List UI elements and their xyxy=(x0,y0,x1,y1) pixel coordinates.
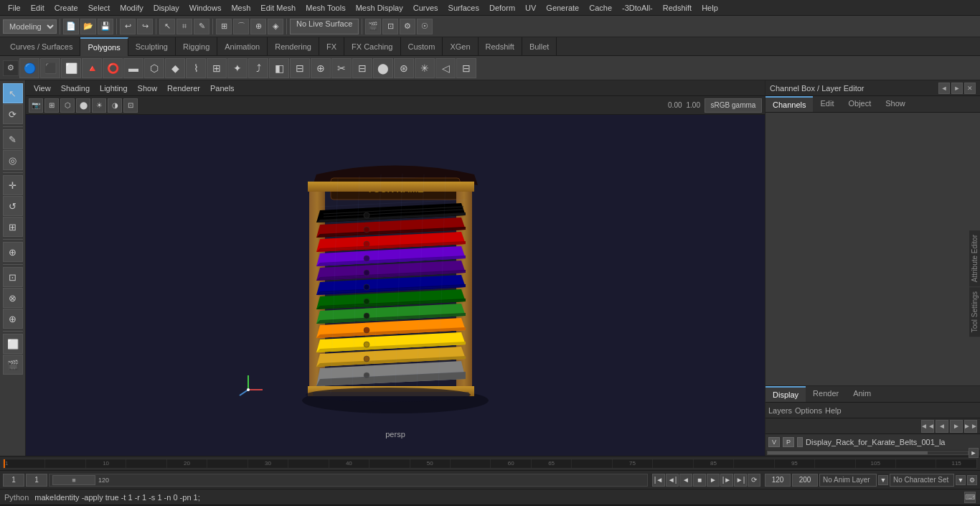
viewport-menu-view[interactable]: View xyxy=(30,83,55,94)
shelf-split[interactable]: ✂ xyxy=(331,58,352,78)
paint-tool[interactable]: ✎ xyxy=(194,19,209,34)
tab-curves-surfaces[interactable]: Curves / Surfaces xyxy=(3,37,80,56)
prev-key[interactable]: ◄| xyxy=(666,474,679,487)
component-icon[interactable]: ⬜ xyxy=(3,334,23,354)
vp-display-icon[interactable]: ⊡ xyxy=(123,98,138,113)
playhead[interactable] xyxy=(4,459,5,468)
shelf-disk[interactable]: ⬡ xyxy=(144,58,164,78)
layer-scroll-prev[interactable]: ◄ xyxy=(936,420,948,433)
menu-curves[interactable]: Curves xyxy=(408,2,443,14)
viewport-menu-renderer[interactable]: Renderer xyxy=(164,83,204,94)
shelf-bridge[interactable]: ⊟ xyxy=(290,58,310,78)
help-tab[interactable]: Help xyxy=(825,406,842,415)
menu-uv[interactable]: UV xyxy=(520,2,541,14)
shelf-insert-loop[interactable]: ⊟ xyxy=(352,58,372,78)
end-range-input[interactable] xyxy=(765,474,791,487)
snap-grid[interactable]: ⊞ xyxy=(216,19,232,34)
layers-tab[interactable]: Layers xyxy=(768,406,792,415)
char-set-dropdown[interactable]: ▼ xyxy=(956,475,966,485)
menu-generate[interactable]: Generate xyxy=(541,2,584,14)
shelf-merge[interactable]: ⊕ xyxy=(311,58,331,78)
tab-rigging[interactable]: Rigging xyxy=(176,37,217,56)
vp-smooth-icon[interactable]: ⬤ xyxy=(76,98,90,113)
menu-edit[interactable]: Edit xyxy=(26,2,50,14)
tab-display[interactable]: Display xyxy=(765,386,806,402)
shelf-helix[interactable]: ⌇ xyxy=(186,58,206,78)
layer-scroll-left[interactable]: ◄◄ xyxy=(921,420,934,433)
next-key[interactable]: |► xyxy=(720,474,733,487)
viewport-menu-shading[interactable]: Shading xyxy=(57,83,93,94)
render-settings[interactable]: ⚙ xyxy=(400,19,415,34)
menu-deform[interactable]: Deform xyxy=(484,2,520,14)
viewport-menu-panels[interactable]: Panels xyxy=(207,83,238,94)
layer-scrollbar[interactable]: ► xyxy=(765,450,980,456)
play-back[interactable]: ◄ xyxy=(679,474,692,487)
channel-box-close[interactable]: ✕ xyxy=(964,83,976,94)
universal-manip-button[interactable]: ⊕ xyxy=(3,242,23,262)
rotate-tool-button[interactable]: ↺ xyxy=(3,196,23,216)
go-to-end[interactable]: ►| xyxy=(734,474,747,487)
menu-modify[interactable]: Modify xyxy=(115,2,148,14)
vp-grid-icon[interactable]: ⊞ xyxy=(44,98,59,113)
shelf-settings-icon[interactable]: ⚙ xyxy=(3,60,19,76)
tab-polygons[interactable]: Polygons xyxy=(80,37,128,56)
shelf-smooth[interactable]: ✦ xyxy=(227,58,248,78)
tab-object[interactable]: Object xyxy=(841,96,878,112)
loop[interactable]: ⟳ xyxy=(748,474,760,487)
live-surface-button[interactable]: No Live Surface xyxy=(290,19,359,34)
soft-select-button[interactable]: ◎ xyxy=(3,150,23,170)
hud-toggle[interactable]: ☉ xyxy=(417,19,433,34)
shelf-sphere[interactable]: 🔵 xyxy=(19,58,39,78)
shelf-plane[interactable]: ▬ xyxy=(123,58,143,78)
tab-show[interactable]: Show xyxy=(878,96,913,112)
channel-box-resize-right[interactable]: ► xyxy=(951,83,963,94)
stop[interactable]: ■ xyxy=(693,474,706,487)
shelf-combine[interactable]: ⊞ xyxy=(207,58,227,78)
shelf-cylinder[interactable]: ⬜ xyxy=(61,58,81,78)
vp-camera-icon[interactable]: 📷 xyxy=(29,98,43,113)
range-end-input[interactable] xyxy=(792,474,818,487)
snap-surface[interactable]: ◈ xyxy=(268,19,283,34)
layer-scroll-right[interactable]: ►► xyxy=(964,420,977,433)
render-icon[interactable]: 🎬 xyxy=(3,355,23,375)
start-frame-input[interactable] xyxy=(3,474,24,487)
menu-edit-mesh[interactable]: Edit Mesh xyxy=(255,2,301,14)
menu-help[interactable]: Help xyxy=(697,2,723,14)
soft-mod-button[interactable]: ⊗ xyxy=(3,288,23,308)
color-space-picker[interactable]: sRGB gamma xyxy=(705,98,762,113)
tab-fx-caching[interactable]: FX Caching xyxy=(344,37,400,56)
layer-color-swatch[interactable] xyxy=(797,437,803,447)
shelf-wedge[interactable]: ◁ xyxy=(435,58,456,78)
no-anim-layer[interactable]: No Anim Layer xyxy=(819,474,877,487)
vp-light-icon[interactable]: ☀ xyxy=(92,98,106,113)
go-to-start[interactable]: |◄ xyxy=(652,474,665,487)
frame-range-bar[interactable]: ■ 120 xyxy=(49,474,648,487)
menu-display[interactable]: Display xyxy=(149,2,184,14)
menu-mesh-tools[interactable]: Mesh Tools xyxy=(301,2,350,14)
tab-animation[interactable]: Animation xyxy=(217,37,268,56)
shelf-extrude[interactable]: ⤴ xyxy=(248,58,268,78)
python-toggle[interactable]: ⌨ xyxy=(964,492,976,503)
shelf-cone[interactable]: 🔺 xyxy=(82,58,102,78)
save-file-button[interactable]: 💾 xyxy=(98,19,113,34)
channel-box-resize-left[interactable]: ◄ xyxy=(938,83,950,94)
tab-fx[interactable]: FX xyxy=(319,37,344,56)
layer-visibility-v[interactable]: V xyxy=(768,437,780,447)
menu-mesh[interactable]: Mesh xyxy=(226,2,255,14)
layer-scroll-right-arrow[interactable]: ► xyxy=(969,448,979,458)
tab-anim[interactable]: Anim xyxy=(846,386,878,402)
menu-3dto[interactable]: -3DtoAll- xyxy=(617,2,658,14)
layer-scroll-next[interactable]: ► xyxy=(950,420,963,433)
ipr-render[interactable]: ⊡ xyxy=(382,19,398,34)
no-character-set[interactable]: No Character Set xyxy=(890,474,954,487)
new-file-button[interactable]: 📄 xyxy=(63,19,79,34)
viewport-menu-lighting[interactable]: Lighting xyxy=(96,83,131,94)
open-file-button[interactable]: 📂 xyxy=(80,19,96,34)
current-frame-input[interactable] xyxy=(26,474,47,487)
tool-settings-tab[interactable]: Tool Settings xyxy=(969,287,980,337)
snap-toggle-button[interactable]: ⊡ xyxy=(3,267,23,287)
timeline-bar[interactable]: 1 10 20 30 40 50 60 65 75 85 95 105 115 xyxy=(3,459,977,469)
tab-xgen[interactable]: XGen xyxy=(443,37,478,56)
lasso-tool[interactable]: ⌗ xyxy=(176,19,192,34)
tab-custom[interactable]: Custom xyxy=(401,37,443,56)
